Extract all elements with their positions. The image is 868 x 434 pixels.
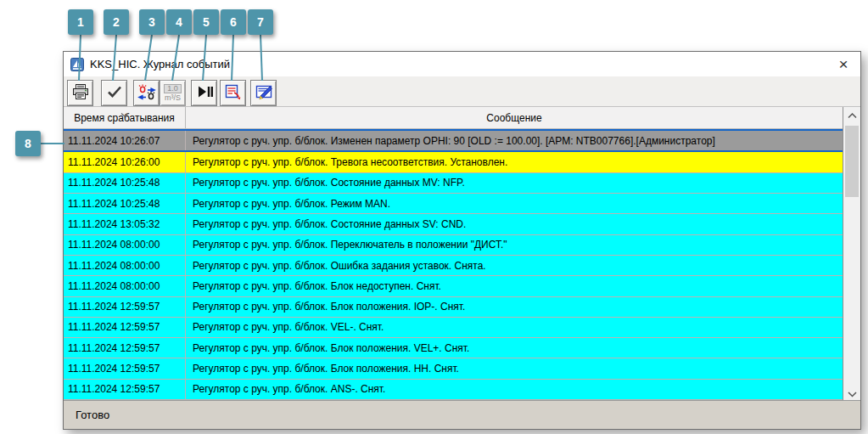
toolbar: 1.0 m³/S — [64, 76, 860, 107]
notepad-pencil-icon — [255, 82, 273, 104]
row-message-cell: Регулятор с руч. упр. б/блок. Переключат… — [186, 235, 843, 255]
row-time-cell: 11.11.2024 12:59:57 — [64, 318, 186, 337]
print-button[interactable] — [67, 80, 93, 106]
row-time-cell: 11.11.2024 08:00:00 — [64, 235, 186, 255]
alarm-transfer-button[interactable] — [133, 80, 160, 106]
row-time-cell: 11.11.2024 12:59:57 — [64, 297, 186, 317]
callout-badge-label: 2 — [113, 15, 120, 29]
table-row[interactable]: 11.11.2024 12:59:57 Регулятор с руч. упр… — [64, 380, 843, 400]
status-bar: Готово — [64, 400, 860, 429]
row-time-cell: 11.11.2024 08:00:00 — [64, 276, 186, 296]
callout-badge-5: 5 — [193, 9, 219, 35]
row-message-cell: Регулятор с руч. упр. б/блок. Режим MAN. — [186, 194, 843, 213]
row-time-cell: 11.11.2024 13:05:32 — [64, 214, 186, 234]
callout-badge-label: 7 — [257, 15, 264, 29]
app-icon — [70, 58, 84, 71]
event-list-icon — [224, 82, 243, 104]
table-row[interactable]: 11.11.2024 10:26:00 Регулятор с руч. упр… — [64, 152, 843, 172]
callout-badge-4: 4 — [166, 9, 192, 35]
scroll-down-button[interactable] — [843, 386, 860, 400]
window-titlebar[interactable]: KKS_HIC. Журнал событий × — [64, 52, 860, 76]
column-header-time[interactable]: Время срабатывания — [64, 107, 186, 128]
row-message-cell: Регулятор с руч. упр. б/блок. Состояние … — [186, 214, 843, 234]
row-message-cell: Регулятор с руч. упр. б/блок. Блок полож… — [186, 297, 843, 317]
event-list-button[interactable] — [220, 80, 246, 106]
table-row[interactable]: 11.11.2024 10:25:48 Регулятор с руч. упр… — [64, 173, 843, 194]
units-icon: 1.0 m³/S — [164, 84, 182, 102]
callout-badge-1: 1 — [68, 9, 93, 35]
vertical-scrollbar[interactable] — [843, 107, 860, 400]
screenshot-root: 1234567 8 KKS_HIC. Журнал событий × — [0, 0, 868, 434]
play-pause-button[interactable] — [191, 80, 217, 106]
chevron-down-icon — [848, 386, 857, 401]
table-row[interactable]: 11.11.2024 08:00:00 Регулятор с руч. упр… — [64, 256, 843, 276]
row-message-cell: Регулятор с руч. упр. б/блок. Блок недос… — [186, 276, 843, 296]
table-row[interactable]: 11.11.2024 12:59:57 Регулятор с руч. упр… — [64, 338, 843, 358]
callout-badge-label: 3 — [148, 15, 155, 29]
column-header-message-label: Сообщение — [486, 112, 541, 124]
row-time-cell: 11.11.2024 12:59:57 — [64, 358, 186, 378]
row-message-cell: Регулятор с руч. упр. б/блок. Блок полож… — [186, 358, 843, 378]
status-text: Готово — [76, 409, 109, 421]
alarm-transfer-icon — [137, 82, 156, 104]
printer-icon — [71, 82, 90, 104]
row-message-cell: Регулятор с руч. упр. б/блок. Блок полож… — [186, 338, 843, 358]
table-row[interactable]: 11.11.2024 12:59:57 Регулятор с руч. упр… — [64, 297, 843, 318]
table-row[interactable]: 11.11.2024 10:25:48 Регулятор с руч. упр… — [64, 194, 843, 214]
scroll-up-button[interactable] — [843, 107, 860, 121]
table-header: Время срабатывания Сообщение — [64, 107, 843, 129]
row-time-cell: 11.11.2024 12:59:57 — [64, 380, 186, 399]
edit-button[interactable] — [250, 80, 277, 106]
close-button[interactable]: × — [826, 52, 860, 76]
table-row[interactable]: 11.11.2024 13:05:32 Регулятор с руч. упр… — [64, 214, 843, 234]
callout-badge-label: 4 — [176, 15, 182, 29]
column-header-message[interactable]: Сообщение — [186, 107, 843, 128]
callout-badge-2: 2 — [104, 9, 129, 35]
row-message-cell: Регулятор с руч. упр. б/блок. Состояние … — [186, 173, 843, 193]
callout-badge-6: 6 — [221, 9, 246, 35]
units-unit: m³/S — [165, 94, 181, 102]
row-message-cell: Регулятор с руч. упр. б/блок. Ошибка зад… — [186, 256, 843, 275]
sort-indicator-icon — [120, 108, 129, 120]
row-message-cell: Регулятор с руч. упр. б/блок. Изменен па… — [186, 131, 843, 150]
callout-badge-8: 8 — [15, 131, 41, 156]
row-time-cell: 11.11.2024 10:26:07 — [64, 131, 186, 150]
scrollbar-thumb[interactable] — [845, 126, 859, 197]
units-value: 1.0 — [164, 84, 182, 93]
row-time-cell: 11.11.2024 08:00:00 — [64, 256, 186, 275]
table-row-selected[interactable]: 11.11.2024 10:26:07 Регулятор с руч. упр… — [64, 129, 843, 152]
row-message-cell: Регулятор с руч. упр. б/блок. Тревога не… — [186, 152, 843, 172]
row-time-cell: 11.11.2024 10:25:48 — [64, 194, 186, 213]
table-row[interactable]: 11.11.2024 12:59:57 Регулятор с руч. упр… — [64, 318, 843, 338]
callout-badge-label: 6 — [230, 15, 237, 29]
checkmark-icon — [105, 82, 124, 104]
callout-badge-8-label: 8 — [25, 137, 31, 150]
table-row[interactable]: 11.11.2024 08:00:00 Регулятор с руч. упр… — [64, 276, 843, 296]
callout-badge-label: 1 — [77, 15, 84, 29]
chevron-up-icon — [848, 107, 857, 122]
row-message-cell: Регулятор с руч. упр. б/блок. VEL-. Снят… — [186, 318, 843, 337]
row-time-cell: 11.11.2024 10:25:48 — [64, 173, 186, 193]
units-button: 1.0 m³/S — [160, 80, 186, 106]
table-body: 11.11.2024 10:26:07 Регулятор с руч. упр… — [64, 129, 843, 400]
table-row[interactable]: 11.11.2024 08:00:00 Регулятор с руч. упр… — [64, 235, 843, 256]
row-time-cell: 11.11.2024 12:59:57 — [64, 338, 186, 358]
row-message-cell: Регулятор с руч. упр. б/блок. ANS-. Снят… — [186, 380, 843, 399]
window-title: KKS_HIC. Журнал событий — [90, 58, 230, 70]
event-log-window: KKS_HIC. Журнал событий × — [63, 51, 861, 430]
callout-badge-3: 3 — [139, 9, 165, 35]
acknowledge-button[interactable] — [101, 80, 127, 106]
table-row[interactable]: 11.11.2024 12:59:57 Регулятор с руч. упр… — [64, 358, 843, 379]
row-time-cell: 11.11.2024 10:26:00 — [64, 152, 186, 172]
callout-badge-label: 5 — [203, 15, 210, 29]
callout-badge-7: 7 — [248, 9, 273, 35]
play-pause-icon — [195, 82, 214, 104]
